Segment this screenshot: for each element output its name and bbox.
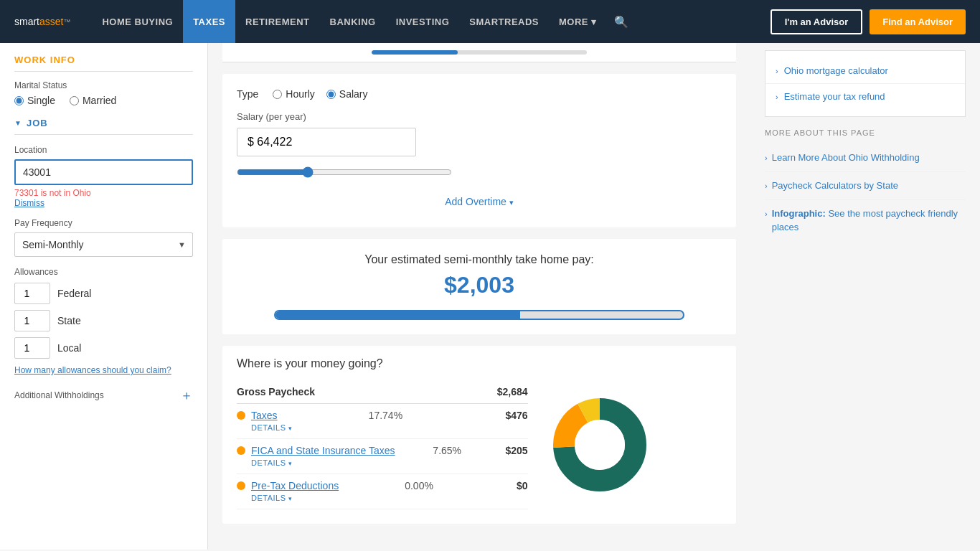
pretax-main-row: Pre-Tax Deductions 0.00% $0 <box>237 480 528 491</box>
breakdown-header: Gross Paycheck $2,684 <box>237 380 528 404</box>
paycheck-state-link[interactable]: › Paycheck Calculators by State <box>765 172 966 200</box>
result-section: Your estimated semi-monthly take home pa… <box>222 239 736 334</box>
pretax-dot <box>237 481 245 490</box>
pretax-name[interactable]: Pre-Tax Deductions <box>251 480 339 491</box>
infographic-chevron-icon: › <box>765 209 768 220</box>
pay-freq-label: Pay Frequency <box>14 218 193 228</box>
type-salary-radio[interactable] <box>326 90 336 99</box>
pay-freq-select-wrapper: Weekly Bi-Weekly Semi-Monthly Monthly ▼ <box>14 232 193 257</box>
result-bar-fill <box>275 311 520 319</box>
nav-more[interactable]: MORE ▾ <box>549 0 607 43</box>
taxes-details-chevron: ▾ <box>288 425 293 432</box>
type-hourly-label: Hourly <box>286 88 314 100</box>
learn-ohio-link[interactable]: › Learn More About Ohio Withholding <box>765 144 966 172</box>
main-content: Type Hourly Salary Salary (per year) <box>208 43 750 550</box>
header: smartasset™ HOME BUYING TAXES RETIREMENT… <box>0 0 980 43</box>
result-amount: $2,003 <box>222 272 736 298</box>
pretax-amt: $0 <box>485 480 528 491</box>
nav-smartreads[interactable]: SMARTREADS <box>459 0 549 43</box>
search-icon[interactable]: 🔍 <box>607 15 636 29</box>
salary-field-label: Salary (per year) <box>237 111 722 122</box>
local-allowance-row: Local <box>14 337 193 359</box>
gross-amount: $2,684 <box>497 386 528 397</box>
marital-married-option[interactable]: Married <box>70 95 116 106</box>
federal-allowance-label: Federal <box>57 288 91 299</box>
marital-status-label: Marital Status <box>14 80 193 90</box>
type-label: Type <box>237 88 258 100</box>
breakdown-with-chart: Gross Paycheck $2,684 Taxes 17.74% $476 <box>237 380 722 509</box>
infographic-link[interactable]: › Infographic: See the most paycheck fri… <box>765 200 966 240</box>
result-label: Your estimated semi-monthly take home pa… <box>222 253 736 266</box>
logo-smart: smart <box>14 16 39 27</box>
fica-row: FICA and State Insurance Taxes 7.65% $20… <box>237 439 528 474</box>
location-input[interactable] <box>14 159 193 185</box>
salary-slider[interactable] <box>237 166 452 178</box>
marital-married-label: Married <box>83 95 116 106</box>
nav-home-buying[interactable]: HOME BUYING <box>92 0 183 43</box>
fica-details-chevron: ▾ <box>288 460 293 467</box>
svg-point-3 <box>575 420 625 470</box>
how-many-allowances-link[interactable]: How many allowances should you claim? <box>14 364 193 377</box>
dismiss-link[interactable]: Dismiss <box>14 198 193 208</box>
left-sidebar: WORK INFO Marital Status Single Married … <box>0 43 208 550</box>
breakdown-section: Where is your money going? Gross Paychec… <box>222 346 736 524</box>
fica-amt: $205 <box>485 445 528 456</box>
taxes-details[interactable]: DETAILS ▾ <box>237 421 528 433</box>
pretax-details[interactable]: DETAILS ▾ <box>237 491 528 503</box>
nav-investing[interactable]: INVESTING <box>386 0 460 43</box>
nav-taxes[interactable]: TAXES <box>183 0 235 43</box>
estimate-refund-link[interactable]: › Estimate your tax refund <box>765 84 965 109</box>
type-hourly-radio[interactable] <box>273 90 282 99</box>
type-row: Type Hourly Salary <box>237 88 722 100</box>
main-nav: HOME BUYING TAXES RETIREMENT BANKING INV… <box>92 0 770 43</box>
estimate-refund-label: Estimate your tax refund <box>784 91 885 102</box>
taxes-name[interactable]: Taxes <box>251 410 278 421</box>
add-withholding-icon[interactable]: ＋ <box>180 387 193 404</box>
ohio-mortgage-link[interactable]: › Ohio mortgage calculator <box>765 58 965 84</box>
salary-input-wrapper <box>237 128 722 156</box>
federal-allowance-row: Federal <box>14 283 193 304</box>
marital-single-radio[interactable] <box>14 96 24 105</box>
job-chevron-icon: ▼ <box>14 119 22 127</box>
estimate-refund-chevron-icon: › <box>776 93 778 101</box>
widget-links: › Ohio mortgage calculator › Estimate yo… <box>765 50 966 117</box>
marital-single-option[interactable]: Single <box>14 95 55 106</box>
marital-single-label: Single <box>27 95 55 106</box>
pretax-pct: 0.00% <box>390 480 433 491</box>
taxes-row: Taxes 17.74% $476 DETAILS ▾ <box>237 404 528 439</box>
state-allowance-input[interactable] <box>14 310 50 331</box>
work-info-title: WORK INFO <box>14 55 193 72</box>
local-allowance-input[interactable] <box>14 337 50 359</box>
pay-freq-select[interactable]: Weekly Bi-Weekly Semi-Monthly Monthly <box>14 232 193 257</box>
add-overtime-button[interactable]: Add Overtime ▾ <box>237 190 722 213</box>
nav-banking[interactable]: BANKING <box>320 0 386 43</box>
pretax-details-chevron: ▾ <box>288 495 293 502</box>
nav-more-chevron: ▾ <box>591 17 597 27</box>
taxes-details-label[interactable]: DETAILS ▾ <box>251 423 293 432</box>
nav-retirement[interactable]: RETIREMENT <box>235 0 320 43</box>
taxes-dot-label: Taxes <box>237 410 278 421</box>
salary-slider-wrapper <box>237 166 452 180</box>
additional-withholdings-label: Additional Withholdings <box>14 390 104 400</box>
fica-dot <box>237 446 245 455</box>
fica-details[interactable]: DETAILS ▾ <box>237 456 528 468</box>
location-error: 73301 is not in Ohio <box>14 188 193 198</box>
add-overtime-chevron-icon: ▾ <box>509 198 514 207</box>
type-salary-option[interactable]: Salary <box>326 88 368 100</box>
find-advisor-button[interactable]: Find an Advisor <box>870 9 966 34</box>
federal-allowance-input[interactable] <box>14 283 50 304</box>
breakdown-table: Gross Paycheck $2,684 Taxes 17.74% $476 <box>237 380 528 509</box>
pretax-details-label[interactable]: DETAILS ▾ <box>251 494 293 502</box>
fica-details-label[interactable]: DETAILS ▾ <box>251 458 293 467</box>
im-advisor-button[interactable]: I'm an Advisor <box>771 9 863 34</box>
infographic-label: Infographic: See the most paycheck frien… <box>772 207 966 233</box>
header-buttons: I'm an Advisor Find an Advisor <box>771 9 966 34</box>
calculator-panel: Type Hourly Salary Salary (per year) <box>222 74 736 227</box>
additional-withholdings-row: Additional Withholdings ＋ <box>14 387 193 404</box>
job-toggle[interactable]: ▼ JOB <box>14 118 193 135</box>
state-allowance-label: State <box>57 315 81 326</box>
marital-married-radio[interactable] <box>70 96 79 105</box>
type-hourly-option[interactable]: Hourly <box>273 88 314 100</box>
fica-name[interactable]: FICA and State Insurance Taxes <box>251 445 395 456</box>
salary-input[interactable] <box>237 128 416 156</box>
